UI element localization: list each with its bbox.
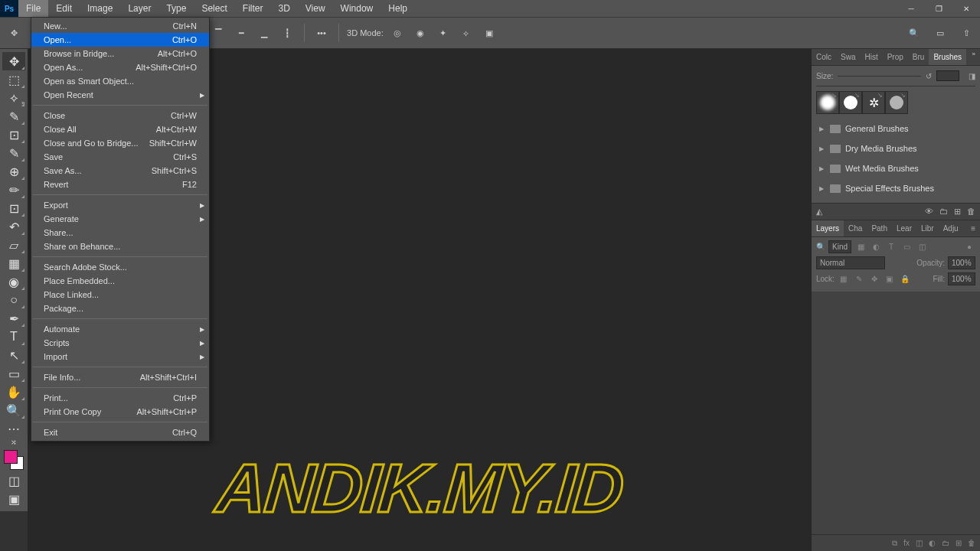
filter-smart-icon[interactable]: ◫ — [916, 241, 928, 253]
more-options-icon[interactable]: ••• — [312, 24, 331, 42]
menubar-item-layer[interactable]: Layer — [120, 0, 158, 17]
eyedropper-tool[interactable]: ✎ — [2, 144, 25, 162]
menu-item-share[interactable]: Share... — [31, 226, 209, 240]
menu-item-automate[interactable]: Automate▶ — [31, 322, 209, 336]
tab-adju[interactable]: Adju — [939, 220, 963, 236]
filter-shape-icon[interactable]: ▭ — [900, 241, 913, 253]
brush-tool[interactable]: ✏ — [2, 181, 25, 199]
tab-lear[interactable]: Lear — [892, 220, 916, 236]
menubar-item-filter[interactable]: Filter — [235, 0, 271, 17]
3d-pan-icon[interactable]: ✦ — [434, 24, 452, 42]
tab-libr[interactable]: Libr — [916, 220, 939, 236]
opacity-input[interactable]: 100% — [948, 256, 975, 269]
lock-transparency-icon[interactable]: ▦ — [838, 273, 850, 285]
menu-item-scripts[interactable]: Scripts▶ — [31, 336, 209, 350]
menu-item-open[interactable]: Open...Ctrl+O — [31, 33, 209, 47]
align-top-icon[interactable]: ▔ — [209, 24, 227, 42]
close-button[interactable]: ✕ — [952, 0, 980, 17]
link-layers-icon[interactable]: ⧉ — [892, 539, 897, 548]
brush-folder-special-effects-brushes[interactable]: ▶Special Effects Brushes — [816, 178, 975, 198]
new-group-icon[interactable]: 🗀 — [942, 539, 949, 547]
brush-preset-soft-round[interactable] — [816, 91, 839, 114]
menu-item-close-all[interactable]: Close AllAlt+Ctrl+W — [31, 122, 209, 136]
3d-orbit-icon[interactable]: ◎ — [388, 24, 407, 42]
brush-preset-chalk[interactable] — [885, 91, 908, 114]
quick-selection-tool[interactable]: ✎ — [2, 107, 25, 126]
menu-item-close-and-go-to-bridge[interactable]: Close and Go to Bridge...Shift+Ctrl+W — [31, 136, 209, 150]
zoom-tool[interactable]: 🔍 — [2, 401, 25, 419]
menu-item-export[interactable]: Export▶ — [31, 198, 209, 212]
path-selection-tool[interactable]: ↖ — [2, 346, 25, 364]
brush-folder-wet-media-brushes[interactable]: ▶Wet Media Brushes — [816, 158, 975, 178]
new-brush-icon[interactable]: ⊞ — [954, 207, 961, 217]
search-layers-icon[interactable]: 🔍 — [816, 243, 825, 251]
healing-brush-tool[interactable]: ⊕ — [2, 162, 25, 181]
live-tip-icon[interactable]: ◨ — [969, 72, 975, 80]
flip-icon[interactable]: ↺ — [926, 72, 932, 80]
tab-layers[interactable]: Layers — [812, 220, 844, 236]
rectangle-tool[interactable]: ▭ — [2, 364, 25, 383]
edit-toolbar[interactable]: ⋯ — [2, 419, 25, 438]
lock-position-icon[interactable]: ✥ — [868, 273, 880, 285]
3d-camera-icon[interactable]: ▣ — [480, 24, 498, 42]
filter-adjust-icon[interactable]: ◐ — [870, 241, 882, 253]
tab-colc[interactable]: Colc — [812, 49, 836, 65]
menubar-item-window[interactable]: Window — [333, 0, 381, 17]
menubar-item-select[interactable]: Select — [194, 0, 234, 17]
lock-image-icon[interactable]: ✎ — [853, 273, 865, 285]
delete-layer-icon[interactable]: 🗑 — [968, 539, 975, 547]
lock-artboard-icon[interactable]: ▣ — [884, 273, 896, 285]
new-layer-icon[interactable]: ⊞ — [956, 539, 962, 547]
eraser-tool[interactable]: ▱ — [2, 236, 25, 254]
filter-pixel-icon[interactable]: ▦ — [854, 241, 867, 253]
blend-mode-select[interactable]: Normal — [816, 256, 885, 269]
menu-item-place-linked[interactable]: Place Linked... — [31, 288, 209, 302]
brush-folder-dry-media-brushes[interactable]: ▶Dry Media Brushes — [816, 139, 975, 158]
menu-item-place-embedded[interactable]: Place Embedded... — [31, 274, 209, 288]
tab-cha[interactable]: Cha — [844, 220, 867, 236]
tab-prop[interactable]: Prop — [883, 49, 908, 65]
brush-preview-icon[interactable]: ◭ — [816, 207, 822, 217]
distribute-v-icon[interactable]: ┇ — [278, 24, 296, 42]
menubar-item-3d[interactable]: 3D — [270, 0, 297, 17]
tab-swa[interactable]: Swa — [836, 49, 860, 65]
menu-item-print[interactable]: Print...Ctrl+P — [31, 391, 209, 405]
menu-item-revert[interactable]: RevertF12 — [31, 178, 209, 191]
layer-style-icon[interactable]: fx — [903, 539, 910, 547]
menu-item-search-adobe-stock[interactable]: Search Adobe Stock... — [31, 260, 209, 274]
menu-item-exit[interactable]: ExitCtrl+Q — [31, 425, 209, 439]
menubar-item-image[interactable]: Image — [80, 0, 120, 17]
workspace-icon[interactable]: ▭ — [931, 24, 949, 42]
lasso-tool[interactable]: ⟡ — [2, 89, 25, 107]
gradient-tool[interactable]: ▦ — [2, 254, 25, 272]
move-tool[interactable]: ✥ — [2, 52, 25, 70]
rectangular-marquee-tool[interactable]: ⬚ — [2, 70, 25, 89]
filter-toggle-icon[interactable]: ● — [963, 241, 975, 253]
menu-item-open-as-smart-object[interactable]: Open as Smart Object... — [31, 74, 209, 88]
kind-filter-select[interactable]: Kind — [828, 240, 851, 253]
menu-item-open-recent[interactable]: Open Recent▶ — [31, 88, 209, 102]
brush-size-input[interactable] — [936, 70, 959, 81]
menu-item-package[interactable]: Package... — [31, 302, 209, 315]
fill-input[interactable]: 100% — [948, 272, 975, 285]
adjustment-layer-icon[interactable]: ◐ — [929, 539, 936, 547]
lock-all-icon[interactable]: 🔒 — [899, 273, 911, 285]
menu-item-open-as[interactable]: Open As...Alt+Shift+Ctrl+O — [31, 60, 209, 74]
menubar-item-file[interactable]: File — [18, 0, 48, 17]
share-icon[interactable]: ⇧ — [957, 24, 975, 42]
move-tool-active-icon[interactable]: ✥ — [5, 24, 23, 42]
layer-mask-icon[interactable]: ◫ — [916, 539, 923, 547]
blur-tool[interactable]: ◉ — [2, 272, 25, 291]
menu-item-import[interactable]: Import▶ — [31, 350, 209, 364]
align-bottom-icon[interactable]: ▁ — [255, 24, 273, 42]
foreground-color[interactable] — [4, 450, 18, 464]
minimize-button[interactable]: ─ — [897, 0, 925, 17]
align-middle-icon[interactable]: ━ — [232, 24, 250, 42]
maximize-button[interactable]: ❐ — [925, 0, 952, 17]
colors-swap-icon[interactable]: ⤭ — [2, 438, 25, 447]
pen-tool[interactable]: ✒ — [2, 309, 25, 328]
menu-item-generate[interactable]: Generate▶ — [31, 212, 209, 226]
3d-slide-icon[interactable]: ⟡ — [457, 24, 475, 42]
menu-item-print-one-copy[interactable]: Print One CopyAlt+Shift+Ctrl+P — [31, 405, 209, 419]
tab-bru[interactable]: Bru — [908, 49, 929, 65]
